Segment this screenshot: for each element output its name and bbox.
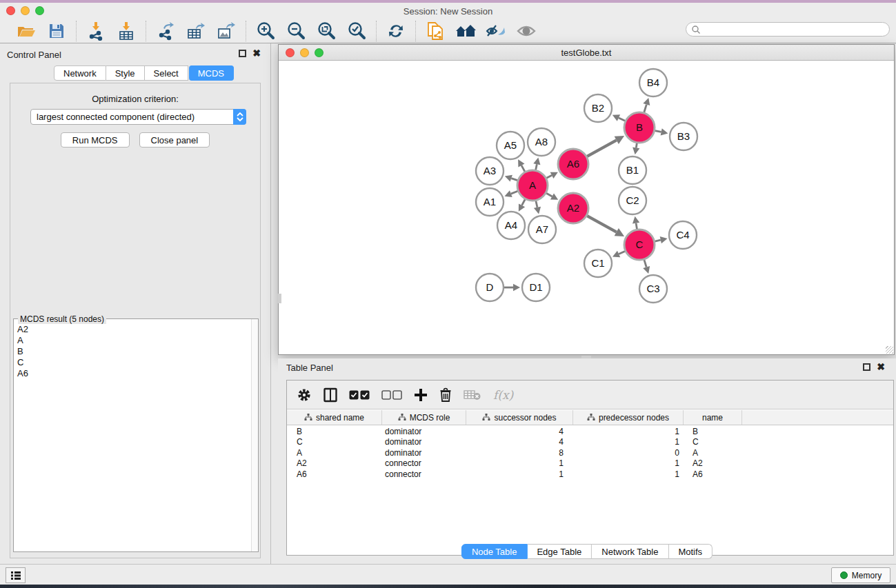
- graph-edge-B-B3[interactable]: [655, 131, 661, 132]
- table-row[interactable]: A2connector11A2: [287, 458, 893, 469]
- mcds-result-item[interactable]: A: [17, 335, 250, 346]
- run-mcds-button[interactable]: Run MCDS: [61, 132, 130, 148]
- function-builder-button[interactable]: f(x): [493, 385, 513, 405]
- import-network-icon: [87, 21, 105, 41]
- select-all-button[interactable]: [349, 385, 370, 405]
- tab-network[interactable]: Network: [54, 65, 106, 81]
- network-window-titlebar[interactable]: testGlobe.txt: [279, 45, 894, 61]
- edge-arrowhead: [534, 207, 541, 214]
- zoom-out-button[interactable]: [283, 21, 308, 41]
- clone-network-button[interactable]: [423, 21, 448, 41]
- app-window: Session: New Session: [0, 0, 896, 588]
- session-title: Session: New Session: [0, 6, 896, 17]
- toggle-graphics-details-button[interactable]: [484, 21, 508, 41]
- save-session-button[interactable]: [44, 21, 69, 41]
- graph-edge-A2-C[interactable]: [587, 216, 617, 232]
- refresh-view-button[interactable]: [384, 21, 408, 41]
- task-history-button[interactable]: [6, 567, 26, 583]
- table-cell: A2: [684, 458, 742, 469]
- window-resize-handle[interactable]: [886, 346, 893, 354]
- graph-edge-A6-B[interactable]: [587, 140, 617, 156]
- edge-arrowhead: [643, 98, 650, 105]
- table-row[interactable]: Bdominator41B: [287, 426, 893, 437]
- column-header-successor-nodes[interactable]: successor nodes: [466, 410, 573, 425]
- status-bar: Memory: [0, 564, 896, 585]
- export-network-button[interactable]: [153, 21, 178, 41]
- close-panel-icon[interactable]: ✖: [252, 50, 261, 57]
- search-field[interactable]: [686, 22, 890, 37]
- graph-node-label: A: [529, 179, 536, 191]
- export-table-button[interactable]: [183, 21, 208, 41]
- graph-edge-C-C2[interactable]: [636, 223, 637, 230]
- zoom-selected-button[interactable]: [344, 21, 369, 41]
- sitemap-icon: [587, 414, 595, 421]
- duplicate-pages-icon: [426, 21, 444, 41]
- open-file-button[interactable]: [14, 21, 39, 41]
- table-settings-button[interactable]: [297, 385, 312, 405]
- tab-style[interactable]: Style: [106, 65, 145, 81]
- graph-edge-C-C1[interactable]: [619, 251, 625, 254]
- table-cell: A: [287, 447, 382, 458]
- column-header-mcds-role[interactable]: MCDS role: [382, 410, 466, 425]
- tab-edge-table[interactable]: Edge Table: [527, 544, 592, 559]
- mcds-result-item[interactable]: C: [17, 357, 250, 368]
- table-row[interactable]: Cdominator41C: [287, 437, 893, 448]
- show-hide-eye-button[interactable]: [514, 21, 539, 41]
- graph-edge-A-A5[interactable]: [521, 165, 525, 172]
- splitter-handle[interactable]: [278, 294, 281, 303]
- graph-edge-A-A2[interactable]: [546, 193, 552, 196]
- graph-edge-B-B1[interactable]: [636, 143, 637, 148]
- import-network-button[interactable]: [83, 21, 108, 41]
- import-table-button[interactable]: [114, 21, 139, 41]
- zoom-in-button[interactable]: [253, 21, 278, 41]
- graph-edge-A-A4[interactable]: [522, 199, 526, 205]
- tab-node-table[interactable]: Node Table: [461, 544, 528, 559]
- graph-edge-C-C3[interactable]: [644, 260, 646, 267]
- close-panel-button[interactable]: Close panel: [139, 132, 210, 148]
- mcds-result-item[interactable]: A6: [17, 368, 250, 379]
- network-canvas[interactable]: B4B2BB3A5A8A6A3B1AA1C2A2A4A7C4CC1DD1C3: [279, 61, 894, 354]
- deselect-all-button[interactable]: [381, 385, 402, 405]
- delete-table-button[interactable]: [464, 385, 481, 405]
- export-image-button[interactable]: [214, 21, 239, 41]
- graph-node-label: D1: [529, 281, 542, 293]
- table-body: Bdominator41BCdominator41CAdominator80AA…: [287, 426, 893, 480]
- graph-edge-A-A7[interactable]: [536, 201, 537, 207]
- export-table-icon: [186, 21, 206, 41]
- float-panel-icon[interactable]: [239, 50, 246, 57]
- column-header-shared-name[interactable]: shared name: [287, 410, 382, 425]
- tab-select[interactable]: Select: [145, 65, 188, 81]
- column-header-predecessor-nodes[interactable]: predecessor nodes: [573, 410, 684, 425]
- add-row-button[interactable]: [414, 385, 428, 405]
- memory-button[interactable]: Memory: [831, 567, 890, 583]
- graph-edge-C-C4[interactable]: [655, 240, 660, 241]
- table-row[interactable]: Adominator80A: [287, 447, 893, 458]
- table-row[interactable]: A6connector11A6: [287, 469, 893, 480]
- criterion-select[interactable]: largest connected component (directed): [30, 109, 246, 125]
- fx-icon: f(x): [493, 388, 513, 402]
- close-table-panel-icon[interactable]: ✖: [877, 363, 885, 371]
- graph-edge-A-A1[interactable]: [511, 191, 518, 194]
- table-cell: dominator: [382, 426, 466, 437]
- graph-edge-B-B4[interactable]: [644, 105, 647, 112]
- mcds-result-item[interactable]: A2: [17, 324, 250, 335]
- tab-mcds[interactable]: MCDS: [189, 65, 234, 81]
- column-header-name[interactable]: name: [684, 410, 742, 425]
- graph-edge-A-A6[interactable]: [546, 175, 552, 178]
- float-table-panel-icon[interactable]: [863, 363, 870, 371]
- mcds-result-item[interactable]: B: [17, 346, 250, 357]
- edge-arrowhead: [643, 266, 650, 274]
- graph-edge-A-A3[interactable]: [511, 179, 517, 181]
- tab-motifs[interactable]: Motifs: [668, 544, 713, 559]
- graph-edge-B-B2[interactable]: [619, 118, 625, 121]
- network-home-button[interactable]: [453, 21, 478, 41]
- refresh-icon: [386, 21, 406, 41]
- graph-edge-A-A8[interactable]: [536, 164, 537, 170]
- graph-node-label: B3: [677, 130, 690, 142]
- search-input[interactable]: [701, 23, 889, 35]
- toggle-columns-button[interactable]: [323, 385, 337, 405]
- zoom-fit-button[interactable]: [314, 21, 339, 41]
- result-scrollbar[interactable]: [251, 319, 258, 551]
- delete-rows-button[interactable]: [439, 385, 452, 405]
- tab-network-table[interactable]: Network Table: [592, 544, 668, 559]
